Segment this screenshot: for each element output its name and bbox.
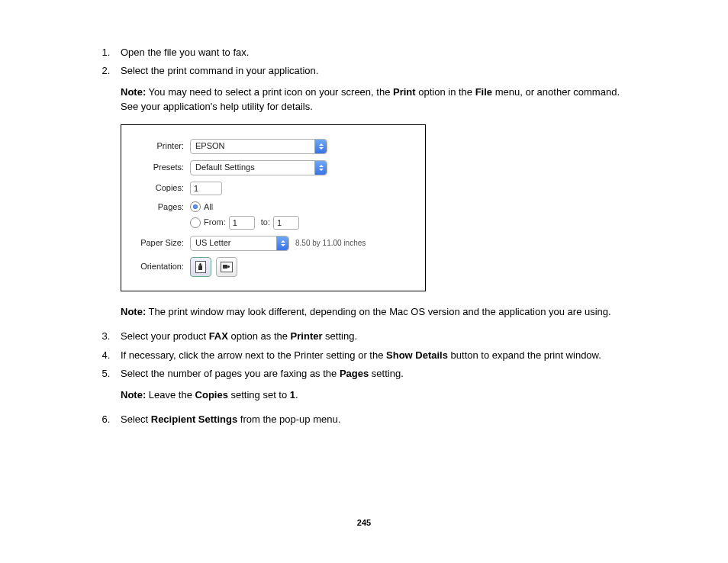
portrait-icon <box>195 261 206 273</box>
step-1-text: Open the file you want to fax. <box>121 47 249 58</box>
to-label: to: <box>261 217 270 228</box>
step-5-note: Note: Leave the Copies setting set to 1. <box>121 388 636 402</box>
from-label: From: <box>204 217 226 228</box>
step-2: Select the print command in your applica… <box>113 64 636 319</box>
paper-size-value: US Letter <box>191 237 276 249</box>
copies-input[interactable] <box>190 182 222 195</box>
step-2-text: Select the print command in your applica… <box>121 65 318 76</box>
dropdown-arrows-icon <box>276 236 288 250</box>
step-2-note: Note: You may need to select a print ico… <box>121 85 636 113</box>
note-label: Note: <box>121 306 146 317</box>
paper-size-label: Paper Size: <box>132 237 190 249</box>
step-5: Select the number of pages you are faxin… <box>113 367 636 402</box>
paper-dimensions: 8.50 by 11.00 inches <box>295 238 366 249</box>
pages-range-radio[interactable] <box>190 217 201 228</box>
note-label: Note: <box>121 86 146 98</box>
dropdown-arrows-icon <box>314 161 327 175</box>
orientation-portrait-button[interactable] <box>190 257 211 277</box>
step-1: Open the file you want to fax. <box>113 46 636 60</box>
presets-dropdown[interactable]: Default Settings <box>190 160 327 175</box>
orientation-label: Orientation: <box>132 261 190 272</box>
printer-dropdown[interactable]: EPSON <box>190 139 327 154</box>
copies-row: Copies: <box>132 182 414 195</box>
pages-range-row: From: to: <box>132 216 414 230</box>
page-number: 245 <box>92 518 636 527</box>
note-label: Note: <box>121 389 146 401</box>
paper-size-dropdown[interactable]: US Letter <box>190 236 289 251</box>
pages-row: Pages: All <box>132 201 414 213</box>
copies-label: Copies: <box>132 182 190 194</box>
from-input[interactable] <box>229 216 255 230</box>
presets-label: Presets: <box>132 162 190 173</box>
pages-label: Pages: <box>132 201 190 213</box>
printer-value: EPSON <box>191 140 314 152</box>
printer-label: Printer: <box>132 140 190 152</box>
printer-row: Printer: EPSON <box>132 139 414 154</box>
landscape-icon <box>221 262 233 272</box>
pages-all-text: All <box>204 201 213 213</box>
paper-size-row: Paper Size: US Letter 8.50 by 11.00 inch… <box>132 236 414 251</box>
orientation-landscape-button[interactable] <box>216 257 237 277</box>
orientation-row: Orientation: <box>132 257 414 277</box>
step-3: Select your product FAX option as the Pr… <box>113 330 636 343</box>
instruction-list: Open the file you want to fax. Select th… <box>92 46 636 426</box>
pages-all-radio[interactable] <box>190 201 201 212</box>
dropdown-arrows-icon <box>314 140 327 153</box>
step-6: Select Recipient Settings from the pop-u… <box>113 413 636 426</box>
presets-value: Default Settings <box>191 162 314 173</box>
print-dialog: Printer: EPSON Presets: Default Settings… <box>121 124 426 291</box>
step-4: If necessary, click the arrow next to th… <box>113 349 636 362</box>
to-input[interactable] <box>273 216 299 230</box>
presets-row: Presets: Default Settings <box>132 160 414 175</box>
step-2-note-2: Note: The print window may look differen… <box>121 305 636 319</box>
